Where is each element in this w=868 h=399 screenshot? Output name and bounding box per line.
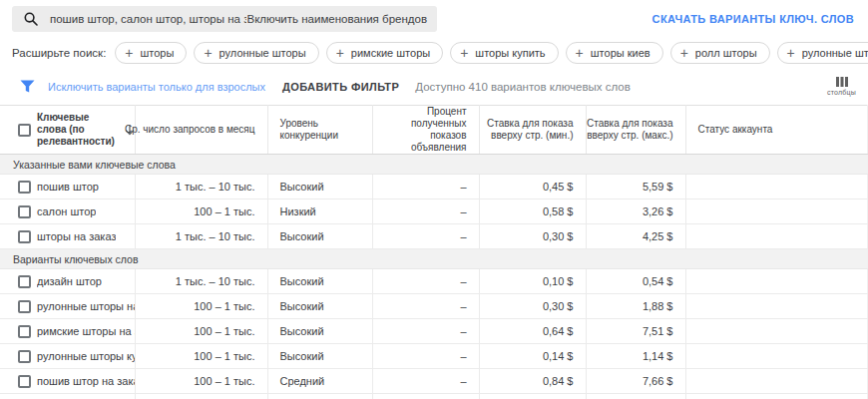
account-status-value [685,269,868,294]
chip-label: римские шторы [351,47,430,59]
row-checkbox[interactable] [18,375,31,388]
row-checkbox[interactable] [18,205,31,218]
expand-search-chip[interactable]: + рулонные шторы [194,42,318,64]
account-status-value [685,344,868,369]
expand-search-chip[interactable]: + римские шторы [326,42,444,64]
keyword-label: дизайн штор [37,275,102,287]
keyword-label: шторы на заказ [37,230,116,242]
search-input[interactable]: пошив штор, салон штор, шторы на заказ В… [12,6,437,32]
expand-search-row: Расширьте поиск: + шторы + рулонные штор… [0,38,868,68]
section-label: Указанные вами ключевые слова [13,159,176,171]
account-status-value [685,200,868,224]
header-keyword[interactable]: Ключевые слова (по релевантности) [0,106,135,155]
competition-value: Высокий [267,224,372,249]
keyword-label: рулонные шторы на заказ [37,300,135,312]
header-competition[interactable]: Уровень конкуренции [267,106,372,155]
table-row[interactable]: интернет магазин недоро… 100 – 1 тыс. Вы… [0,394,868,399]
avg-searches-value: 100 – 1 тыс. [135,200,267,224]
competition-value: Высокий [267,394,372,399]
exclude-adult-ideas-link[interactable]: Исключить варианты только для взрослых [48,81,265,93]
avg-searches-value: 100 – 1 тыс. [135,369,267,394]
expand-search-chip[interactable]: + рулонные шторы спб [777,42,868,64]
keyword-label: салон штор [37,205,96,217]
bid-high-value: 1,14 $ [586,344,685,369]
plus-icon: + [460,46,468,60]
include-brand-names-toggle[interactable]: Включить наименования брендов [246,13,427,25]
columns-icon [836,77,848,87]
filter-funnel-icon [20,80,35,93]
account-status-value [685,175,868,200]
bid-low-value: 0,58 $ [479,200,586,224]
bid-low-value: 0,45 $ [479,175,586,200]
bid-high-value: 1,88 $ [586,294,685,319]
columns-button[interactable]: столбцы [823,75,860,98]
competition-value: Высокий [267,319,372,344]
impression-share-value: – [372,200,479,224]
bid-low-value: 0,64 $ [479,319,586,344]
keyword-table: Ключевые слова (по релевантности) Ср. чи… [0,105,868,399]
header-impression-share[interactable]: Процент полученных показов объявления [372,106,479,155]
download-keyword-ideas-link[interactable]: СКАЧАТЬ ВАРИАНТЫ КЛЮЧ. СЛОВ [652,13,854,25]
table-row[interactable]: салон штор 100 – 1 тыс. Низкий – 0,58 $ … [0,200,868,224]
header-top-of-page-bid-high[interactable]: Ставка для показа вверху стр. (макс.) [586,106,685,155]
row-checkbox[interactable] [18,325,31,338]
impression-share-value: – [372,294,479,319]
plus-icon: + [336,46,344,60]
table-row[interactable]: рулонные шторы на заказ 100 – 1 тыс. Выс… [0,294,868,319]
columns-button-label: столбцы [827,89,856,96]
header-top-of-page-bid-high-label: Ставка для показа вверху стр. (макс.) [587,118,673,141]
impression-share-value: – [372,344,479,369]
impression-share-value: – [372,369,479,394]
impression-share-value: – [372,319,479,344]
bid-low-value: 0,07 $ [479,394,586,399]
keyword-label: римские шторы на заказ [37,325,135,337]
account-status-value [685,369,868,394]
avg-searches-value: 1 тыс. – 10 тыс. [135,269,267,294]
search-query-value: пошив штор, салон штор, шторы на заказ [50,13,246,25]
row-checkbox[interactable] [18,275,31,288]
bid-low-value: 0,14 $ [479,344,586,369]
table-row[interactable]: пошив штор 1 тыс. – 10 тыс. Высокий – 0,… [0,175,868,200]
avg-searches-value: 1 тыс. – 10 тыс. [135,224,267,249]
row-checkbox[interactable] [18,181,31,194]
filter-bar: Исключить варианты только для взрослых Д… [0,68,868,105]
table-row[interactable]: шторы на заказ 1 тыс. – 10 тыс. Высокий … [0,224,868,249]
add-filter-button[interactable]: ДОБАВИТЬ ФИЛЬТР [282,81,399,93]
header-account-status-label: Статус аккаунта [698,124,773,135]
avg-searches-value: 1 тыс. – 10 тыс. [135,175,267,200]
header-account-status[interactable]: Статус аккаунта [685,106,868,155]
keyword-table-header: Ключевые слова (по релевантности) Ср. чи… [0,106,868,155]
header-top-of-page-bid-low-label: Ставка для показа вверху стр. (мин.) [487,118,574,141]
impression-share-value: – [372,269,479,294]
header-avg-monthly-searches-label: Ср. число запросов в месяц [125,124,255,136]
bid-low-value: 0,10 $ [479,269,586,294]
impression-share-value: – [372,175,479,200]
chip-label: шторы [141,47,175,59]
table-row[interactable]: рулонные шторы купить … 100 – 1 тыс. Выс… [0,344,868,369]
select-all-checkbox[interactable] [18,124,31,137]
header-avg-monthly-searches[interactable]: Ср. число запросов в месяц [135,106,267,155]
table-row[interactable]: пошив штор на заказ 100 – 1 тыс. Средний… [0,369,868,394]
competition-value: Средний [267,369,372,394]
bid-high-value: 3,26 $ [586,200,685,224]
table-row[interactable]: дизайн штор 1 тыс. – 10 тыс. Высокий – 0… [0,269,868,294]
account-status-value [685,394,868,399]
keyword-label: рулонные шторы купить … [37,350,135,362]
header-top-of-page-bid-low[interactable]: Ставка для показа вверху стр. (мин.) [479,106,586,155]
row-checkbox[interactable] [18,300,31,313]
row-checkbox[interactable] [18,230,31,243]
expand-search-chip[interactable]: + шторы купить [450,42,558,64]
row-checkbox[interactable] [18,350,31,363]
keyword-label: пошив штор на заказ [37,375,135,387]
expand-chips: + шторы + рулонные шторы + римские шторы… [115,42,868,64]
chip-label: шторы киев [591,47,651,59]
chip-label: рулонные шторы [219,47,306,59]
expand-search-chip[interactable]: + шторы киев [566,42,663,64]
bid-high-value: 7,51 $ [586,319,685,344]
expand-search-chip[interactable]: + ролл шторы [670,42,770,64]
expand-search-chip[interactable]: + шторы [115,42,187,64]
chip-label: рулонные шторы спб [802,47,868,59]
chip-label: шторы купить [475,47,545,59]
bid-high-value: 4,25 $ [586,224,685,249]
table-row[interactable]: римские шторы на заказ 100 – 1 тыс. Высо… [0,319,868,344]
